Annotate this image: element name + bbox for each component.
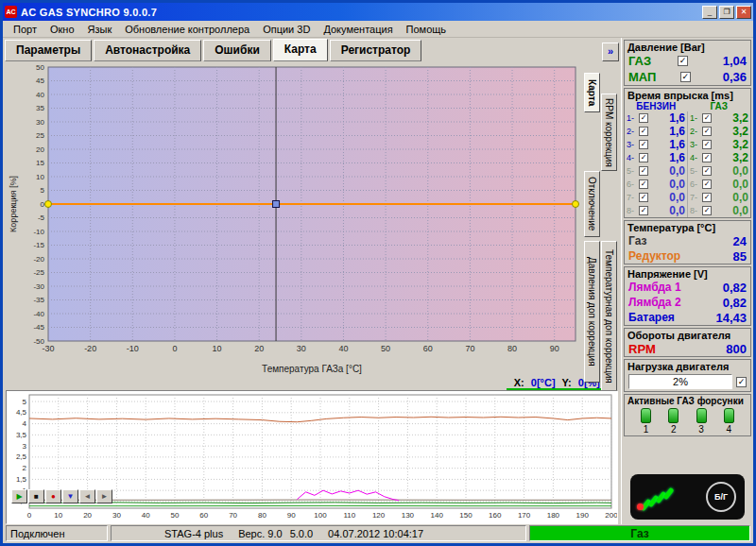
tab[interactable]: Ошибки: [203, 40, 271, 61]
gaz-channel-checkbox[interactable]: ✓: [702, 193, 712, 202]
lambda2-value: 0,82: [723, 296, 747, 310]
benzin-channel-checkbox[interactable]: ✓: [639, 153, 648, 162]
svg-text:40: 40: [36, 91, 44, 99]
gaz-channel-checkbox[interactable]: ✓: [702, 206, 712, 215]
svg-text:1,5: 1,5: [16, 475, 27, 484]
reserve-led-icon: [637, 503, 644, 510]
svg-text:130: 130: [402, 511, 415, 520]
benzin-column-header: БЕНЗИН: [625, 101, 688, 111]
svg-text:-35: -35: [33, 296, 44, 304]
side-tab[interactable]: Отключение: [584, 171, 600, 237]
tab-strip: ПараметрыАвтонастройкаОшибкиКартаРегистр…: [5, 39, 421, 61]
gas-temp-row: Газ 24: [625, 233, 750, 248]
svg-text:40: 40: [142, 511, 150, 520]
benzin-channel-checkbox[interactable]: ✓: [639, 166, 648, 176]
menu-item[interactable]: Порт: [7, 22, 43, 37]
tab[interactable]: Карта: [273, 39, 328, 61]
gaz-channel-checkbox[interactable]: ✓: [702, 140, 712, 149]
svg-text:70: 70: [229, 511, 237, 520]
title-bar[interactable]: AC AC GAS SYNCHRO 9.0.0.7 _ ❐ ✕: [3, 3, 753, 21]
menu-item[interactable]: Обновление контроллера: [118, 22, 256, 37]
fuel-switch-button[interactable]: Б/Г: [706, 482, 736, 512]
close-button[interactable]: ✕: [736, 6, 751, 19]
gaz-channel-checkbox[interactable]: ✓: [702, 113, 712, 123]
side-tab[interactable]: Температурная доп коррекция: [601, 241, 617, 392]
lambda1-row: Лямбда 1 0,82: [625, 280, 750, 295]
voltage-header: Напряжение [V]: [625, 267, 750, 280]
svg-text:50: 50: [36, 63, 44, 72]
benzin-channel-checkbox[interactable]: ✓: [639, 193, 648, 202]
svg-text:90: 90: [550, 344, 559, 353]
recorder-chart: 54,543,532,521,510,501020304050607080901…: [7, 391, 617, 523]
injection-row: 7-✓0,07-✓0,0: [625, 191, 750, 204]
side-tab[interactable]: Давления доп коррекция: [584, 241, 600, 383]
benzin-channel-checkbox[interactable]: ✓: [639, 140, 648, 149]
gaz-channel-checkbox[interactable]: ✓: [702, 166, 712, 176]
menu-item[interactable]: Опции 3D: [256, 22, 317, 37]
svg-text:80: 80: [258, 511, 266, 520]
svg-text:180: 180: [547, 511, 560, 520]
map-pressure-checkbox[interactable]: ✓: [680, 72, 691, 82]
gaz-channel-checkbox[interactable]: ✓: [702, 179, 712, 189]
step-back-button[interactable]: ◄: [79, 489, 95, 503]
side-tab[interactable]: RPM коррекция: [601, 94, 617, 171]
svg-text:200: 200: [605, 511, 617, 520]
benzin-channel-checkbox[interactable]: ✓: [639, 127, 648, 136]
benzin-channel-checkbox[interactable]: ✓: [639, 113, 648, 123]
stop-button[interactable]: ■: [28, 489, 44, 503]
benzin-channel-checkbox[interactable]: ✓: [639, 179, 648, 189]
gas-pressure-label: ГАЗ: [628, 54, 651, 68]
gas-temp-label: Газ: [628, 234, 646, 247]
tab[interactable]: Параметры: [5, 40, 92, 61]
maximize-button[interactable]: ❐: [719, 6, 734, 19]
pressure-header: Давление [Bar]: [625, 41, 750, 53]
step-forward-button[interactable]: ►: [96, 489, 112, 503]
collapse-panel-button[interactable]: »: [602, 43, 619, 61]
svg-text:35: 35: [36, 104, 44, 112]
map-chart[interactable]: 50454035302520151050-5-10-15-20-25-30-35…: [5, 61, 583, 377]
injection-row: 3-✓1,63-✓3,2: [625, 138, 750, 151]
svg-text:25: 25: [36, 131, 44, 140]
tab[interactable]: Регистратор: [330, 40, 422, 61]
cursor-y-label: Y:: [562, 377, 572, 388]
menu-item[interactable]: Окно: [43, 22, 81, 37]
gas-pressure-checkbox[interactable]: ✓: [678, 56, 688, 66]
menu-item[interactable]: Язык: [81, 22, 119, 37]
menu-bar: ПортОкноЯзыкОбновление контроллераОпции …: [3, 21, 753, 38]
lambda2-label: Лямбда 2: [628, 296, 681, 309]
svg-text:60: 60: [199, 511, 208, 520]
svg-text:190: 190: [576, 511, 590, 520]
menu-item[interactable]: Документация: [317, 22, 399, 37]
reducer-temp-row: Редуктор 85: [625, 248, 750, 264]
tab[interactable]: Автонастройка: [94, 40, 201, 61]
software-version: 5.0.0: [290, 528, 313, 539]
fuel-mode-indicator: Газ: [529, 525, 750, 541]
injection-row: 4-✓1,64-✓3,2: [625, 151, 750, 164]
svg-text:-20: -20: [84, 344, 96, 353]
minimize-button[interactable]: _: [702, 6, 717, 19]
gaz-channel-checkbox[interactable]: ✓: [702, 153, 712, 162]
record-button[interactable]: ●: [45, 489, 61, 503]
menu-item[interactable]: Помощь: [400, 22, 454, 37]
svg-text:-30: -30: [33, 282, 44, 291]
battery-value: 14,43: [715, 311, 747, 325]
play-button[interactable]: ▶: [11, 489, 27, 503]
load-checkbox[interactable]: ✓: [736, 377, 747, 387]
lambda1-value: 0,82: [723, 281, 747, 295]
gaz-channel-checkbox[interactable]: ✓: [702, 127, 712, 136]
connection-status: Подключен: [6, 525, 108, 541]
svg-text:4: 4: [23, 419, 27, 428]
injection-row: 1-✓1,61-✓3,2: [625, 111, 750, 125]
svg-text:-15: -15: [33, 241, 44, 249]
side-tab[interactable]: Карта: [584, 73, 600, 112]
svg-text:-10: -10: [127, 344, 139, 353]
svg-text:Коррекция [%]: Коррекция [%]: [9, 176, 18, 232]
svg-text:2: 2: [23, 464, 27, 472]
map-pressure-label: МАП: [628, 70, 656, 84]
marker-button[interactable]: ▼: [62, 489, 78, 503]
svg-text:3: 3: [23, 442, 27, 451]
svg-text:100: 100: [314, 511, 327, 520]
rpm-value: 800: [726, 342, 747, 356]
injection-header: Время впрыска [ms]: [625, 89, 750, 101]
benzin-channel-checkbox[interactable]: ✓: [639, 206, 648, 215]
